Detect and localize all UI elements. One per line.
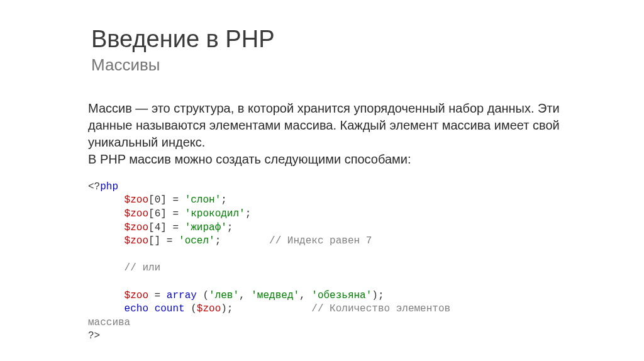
code-line-blank	[88, 248, 606, 262]
php-string: 'слон'	[185, 194, 221, 206]
php-number: 0	[155, 194, 161, 206]
php-comment: массива	[88, 317, 130, 328]
php-variable: $zoo	[125, 194, 148, 206]
php-string: 'лев'	[209, 290, 239, 301]
php-comment: // или	[125, 262, 161, 274]
code-line: $zoo[4] = 'жираф';	[88, 221, 606, 235]
php-string: 'обезьяна'	[311, 290, 372, 301]
code-line: <?php	[88, 181, 606, 194]
code-line: массива	[88, 316, 606, 330]
php-variable: $zoo	[125, 222, 148, 233]
php-variable: $zoo	[125, 235, 148, 247]
php-keyword: echo	[125, 303, 148, 314]
php-variable: $zoo	[125, 290, 148, 301]
php-open-tag: <?	[88, 181, 100, 192]
code-line: $zoo[6] = 'крокодил';	[88, 208, 606, 221]
code-line: $zoo[0] = 'слон';	[88, 194, 606, 208]
php-function: array	[167, 290, 197, 301]
php-variable: $zoo	[125, 208, 148, 219]
page-title: Введение в PHP	[91, 25, 606, 54]
code-line-blank	[88, 275, 606, 289]
php-comment: // Индекс равен 7	[269, 235, 372, 247]
code-line: $zoo = array ('лев', 'медвед', 'обезьяна…	[88, 289, 606, 303]
php-variable: $zoo	[197, 303, 221, 314]
code-line: ?>	[88, 330, 606, 343]
php-number: 6	[155, 208, 161, 219]
page-subtitle: Массивы	[91, 55, 606, 75]
php-number: 4	[155, 222, 161, 233]
php-close-tag: ?>	[88, 330, 100, 342]
php-code-block: <?php $zoo[0] = 'слон'; $zoo[6] = 'кроко…	[88, 181, 606, 343]
title-block: Введение в PHP Массивы	[91, 25, 606, 75]
code-line: echo count ($zoo); // Количество элемент…	[88, 303, 606, 316]
intro-paragraph: Массив — это структура, в которой хранит…	[88, 100, 606, 168]
php-string: 'осел'	[179, 235, 215, 247]
php-string: 'крокодил'	[185, 208, 245, 219]
code-line: // или	[88, 262, 606, 275]
php-comment: // Количество элементов	[311, 303, 450, 314]
php-string: 'медвед'	[251, 290, 299, 301]
php-keyword: php	[100, 181, 118, 192]
php-string: 'жираф'	[185, 222, 227, 233]
code-line: $zoo[] = 'осел'; // Индекс равен 7	[88, 235, 606, 248]
php-function: count	[155, 303, 185, 314]
